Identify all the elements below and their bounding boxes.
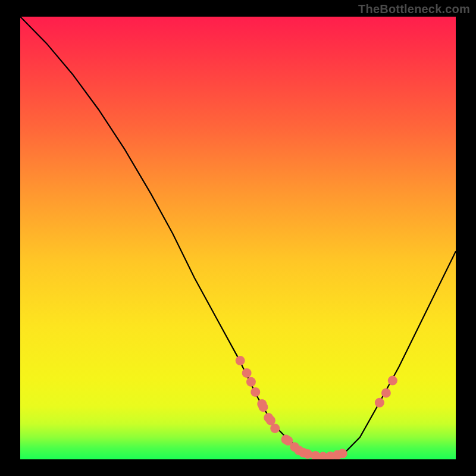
- marker-point: [250, 387, 260, 397]
- chart-frame: TheBottleneck.com: [0, 0, 476, 476]
- marker-point: [246, 377, 256, 387]
- marker-point: [338, 449, 347, 458]
- plot-area: [20, 17, 456, 459]
- marker-point: [381, 388, 391, 397]
- marker-point: [375, 398, 384, 408]
- marker-point: [388, 376, 397, 386]
- marker-point: [258, 402, 268, 412]
- markers-group: [236, 356, 397, 459]
- marker-point: [236, 356, 245, 365]
- marker-point: [242, 368, 252, 378]
- marker-point: [270, 424, 280, 433]
- curve-layer: [20, 17, 456, 459]
- watermark-text: TheBottleneck.com: [358, 2, 470, 16]
- marker-point: [303, 449, 312, 459]
